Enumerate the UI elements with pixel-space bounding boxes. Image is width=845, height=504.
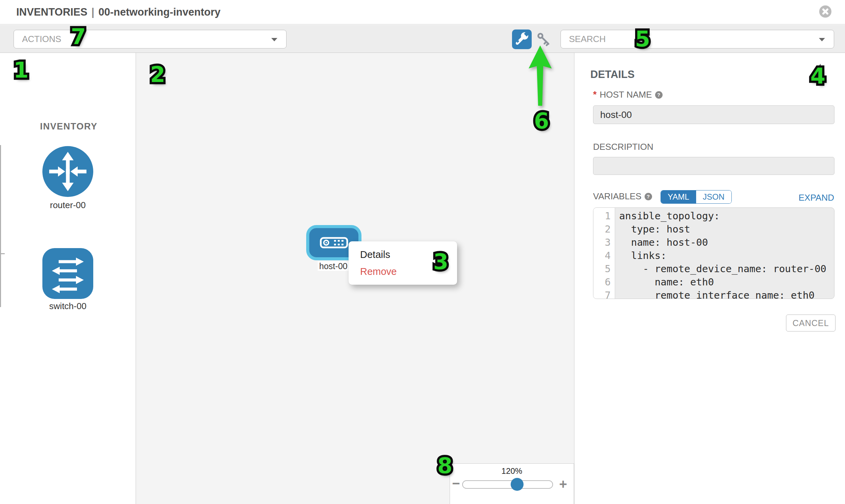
line-number: 3 (593, 236, 615, 249)
zoom-slider-track[interactable] (462, 480, 553, 489)
line-number: 6 (593, 275, 615, 289)
page-title-section: INVENTORIES (16, 6, 87, 18)
code-line: links: (619, 249, 834, 262)
palette-item-label: switch-00 (0, 301, 136, 311)
key-icon (535, 30, 553, 49)
actions-dropdown[interactable]: ACTIONS (14, 30, 286, 49)
variables-format-toggle: YAML JSON (661, 190, 732, 204)
context-menu-item-details[interactable]: Details (349, 246, 457, 263)
line-number: 5 (593, 262, 615, 275)
code-line: type: host (619, 223, 834, 236)
palette-item-label: router-00 (0, 200, 136, 211)
help-icon[interactable]: ? (645, 193, 652, 200)
inventories-topology-screen: INVENTORIES|00-networking-inventory ACTI… (0, 0, 845, 504)
zoom-in-button[interactable]: + (559, 476, 567, 492)
code-line: name: eth0 (619, 275, 834, 289)
zoom-slider-thumb[interactable] (511, 478, 524, 491)
editor-code[interactable]: ansible_topology: type: host name: host-… (615, 208, 834, 299)
page-title-separator: | (91, 6, 94, 18)
description-input[interactable] (593, 157, 834, 175)
host-name-input[interactable] (593, 105, 834, 124)
code-line: remote_interface_name: eth0 (619, 289, 834, 299)
tab-yaml[interactable]: YAML (661, 191, 696, 203)
caret-down-icon (819, 38, 825, 41)
details-panel: DETAILS * HOST NAME ? DESCRIPTION VARIAB… (574, 53, 845, 504)
switch-icon (42, 248, 93, 299)
context-menu-item-remove[interactable]: Remove (349, 263, 457, 280)
search-dropdown[interactable]: SEARCH (561, 30, 834, 49)
toolbox-edge-line (0, 145, 1, 307)
description-label: DESCRIPTION (593, 142, 653, 152)
zoom-control: 120% − + (450, 463, 574, 504)
host-name-label: HOST NAME (600, 89, 652, 100)
topology-canvas[interactable]: host-00 Details Remove 120% − + (136, 53, 574, 504)
toolbox-toggle-button[interactable] (512, 30, 532, 49)
zoom-out-button[interactable]: − (452, 476, 460, 491)
expand-link[interactable]: EXPAND (798, 193, 834, 203)
inventory-toolbox: INVENTORY router-00 (0, 53, 136, 504)
code-line: name: host-00 (619, 236, 834, 249)
editor-line-numbers: 1 2 3 4 5 6 7 (593, 208, 615, 299)
toolbar: ACTIONS (0, 25, 845, 53)
variables-editor[interactable]: 1 2 3 4 5 6 7 ansible_topology: type: ho… (593, 208, 834, 299)
line-number: 2 (593, 223, 615, 236)
key-button[interactable] (535, 30, 553, 49)
variables-label-row: VARIABLES ? (593, 191, 652, 202)
variables-label: VARIABLES (593, 191, 641, 202)
router-icon (42, 146, 93, 197)
wrench-icon (512, 30, 531, 49)
details-heading: DETAILS (591, 69, 634, 81)
caret-down-icon (271, 38, 277, 41)
required-marker: * (593, 89, 597, 100)
zoom-level-value: 120% (450, 466, 574, 476)
page-header: INVENTORIES|00-networking-inventory (0, 0, 845, 24)
tab-json[interactable]: JSON (696, 191, 732, 203)
canvas-node-label: host-00 (318, 261, 349, 271)
line-number: 1 (593, 210, 615, 223)
line-number: 7 (593, 289, 615, 299)
code-line: - remote_device_name: router-00 (619, 262, 834, 275)
line-number: 4 (593, 249, 615, 262)
context-menu: Details Remove (349, 241, 457, 285)
inventory-toolbox-heading: INVENTORY (40, 121, 98, 132)
help-icon[interactable]: ? (655, 91, 663, 98)
cancel-button[interactable]: CANCEL (786, 314, 835, 331)
page-title-inventory-name: 00-networking-inventory (98, 6, 221, 18)
close-button[interactable] (819, 5, 831, 18)
actions-dropdown-placeholder: ACTIONS (22, 30, 61, 48)
close-icon (819, 5, 831, 18)
host-icon (320, 237, 348, 249)
palette-item-router[interactable] (42, 146, 93, 197)
host-name-label-row: * HOST NAME ? (593, 89, 663, 100)
search-dropdown-placeholder: SEARCH (569, 30, 605, 48)
code-line: ansible_topology: (619, 210, 834, 223)
page-title: INVENTORIES|00-networking-inventory (16, 0, 221, 24)
palette-item-switch[interactable] (42, 248, 93, 299)
toolbox-edge-line (0, 253, 5, 254)
